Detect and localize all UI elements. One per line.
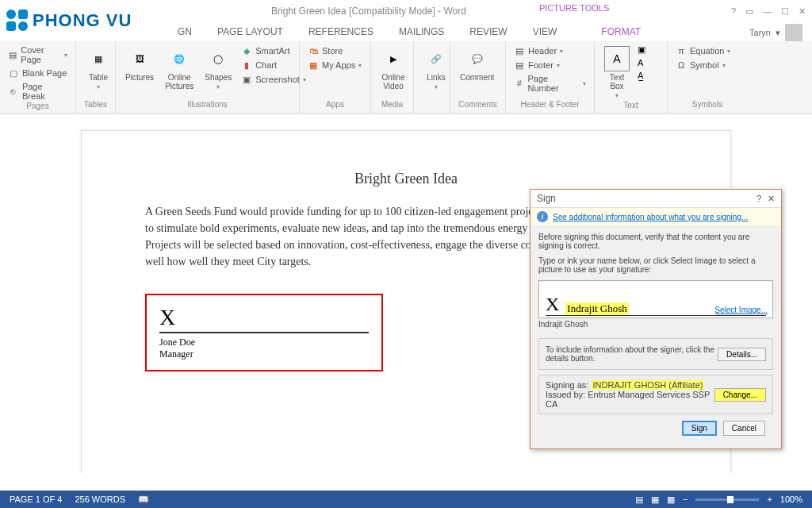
chart-button[interactable]: ▮Chart [239,59,308,71]
tab-references[interactable]: REFERENCES [308,26,373,37]
group-label-apps: Apps [306,100,364,110]
zoom-out-icon[interactable]: − [683,495,688,504]
zoom-level[interactable]: 100% [780,495,802,504]
page-number-button[interactable]: #Page Number [512,73,588,94]
context-tab-label: PICTURE TOOLS [539,3,609,13]
tab-review[interactable]: REVIEW [469,26,507,37]
dialog-title: Sign [537,193,556,204]
equation-button[interactable]: πEquation [674,44,741,57]
tab-view[interactable]: VIEW [533,26,557,37]
document-title: Bright Green Idea [145,171,667,187]
blank-page-button[interactable]: ▢Blank Page [6,67,69,79]
online-video-button[interactable]: ▶Online Video [377,44,409,92]
drop-cap-icon[interactable]: A̲ [638,71,645,81]
group-label-pages: Pages [6,102,69,112]
signing-as-value: INDRAJIT GHOSH (Affiliate) [592,380,705,390]
watermark-text: PHONG VU [33,10,132,31]
tab-format[interactable]: FORMAT [601,26,641,37]
tab-design[interactable]: GN [178,26,192,37]
group-label-symbols: Symbols [674,100,741,110]
word-count[interactable]: 256 WORDS [75,495,125,505]
footer-button[interactable]: ▤Footer [512,59,588,71]
signature-title: Manager [159,348,369,360]
header-button[interactable]: ▤Header [512,44,588,57]
quick-parts-icon[interactable]: ▣ [638,44,645,55]
avatar[interactable] [785,24,802,41]
links-button[interactable]: 🔗Links [420,44,452,92]
minimize-icon[interactable]: — [763,6,772,16]
cover-page-button[interactable]: ▤Cover Page [6,44,69,65]
page-break-button[interactable]: ⎋Page Break [6,81,69,102]
watermark-logo: PHONG VU [6,10,132,31]
tab-mailings[interactable]: MAILINGS [399,26,444,37]
maximize-icon[interactable]: ☐ [781,6,789,17]
change-button[interactable]: Change... [714,388,766,402]
pictures-button[interactable]: 🖼Pictures [122,44,157,83]
verify-hint: Before signing this document, verify tha… [538,233,773,250]
ribbon-toggle-icon[interactable]: ▭ [745,6,753,17]
page-indicator[interactable]: PAGE 1 OF 4 [10,495,62,505]
dialog-help-icon[interactable]: ? [756,194,761,203]
signature-name: Jone Doe [159,337,369,348]
details-button[interactable]: Details... [718,348,766,361]
screenshot-button[interactable]: ▣Screenshot [239,73,308,86]
shapes-button[interactable]: ◯Shapes [201,44,235,92]
group-label-illustrations: Illustrations [122,100,293,110]
view-read-icon[interactable]: ▤ [635,495,643,505]
signing-as-label: Signing as: [546,380,588,390]
select-image-link[interactable]: Select Image... [714,306,768,314]
signature-line-box[interactable]: X Jone Doe Manager [145,294,383,371]
cancel-button[interactable]: Cancel [723,421,765,436]
info-link[interactable]: See additional information about what yo… [553,213,748,221]
dialog-close-icon[interactable]: ✕ [768,194,775,203]
store-button[interactable]: 🛍Store [306,44,364,57]
sign-dialog: Sign ?✕ i See additional information abo… [530,189,782,449]
view-print-icon[interactable]: ▦ [651,495,659,505]
user-name: Taryn [749,28,771,37]
group-label-links [420,109,443,110]
spellcheck-icon[interactable]: 📖 [138,495,149,505]
text-box-button[interactable]: AText Box [601,44,633,101]
user-area[interactable]: Taryn ▾ [749,24,802,41]
group-label-media: Media [377,100,407,110]
view-web-icon[interactable]: ▩ [667,495,675,505]
sign-button[interactable]: Sign [682,421,717,436]
close-icon[interactable]: ✕ [799,6,806,17]
zoom-slider[interactable] [695,498,759,501]
dialog-info-bar: i See additional information about what … [530,208,781,226]
my-apps-button[interactable]: ▦My Apps [306,59,364,71]
status-bar: PAGE 1 OF 4 256 WORDS 📖 ▤ ▦ ▩ − + 100% [0,491,812,508]
details-hint: To include information about the signer,… [546,345,718,363]
info-icon: i [537,211,548,222]
table-button[interactable]: ▦Table [82,44,114,92]
wordart-icon[interactable]: A [638,58,645,67]
online-pictures-button[interactable]: 🌐Online Pictures [162,44,197,92]
signature-x-mark: X [159,305,369,333]
group-label-comments: Comments [457,100,499,110]
user-dropdown-icon[interactable]: ▾ [776,28,780,38]
typed-signature[interactable]: Indrajit Ghosh [565,302,628,315]
dialog-title-bar[interactable]: Sign ?✕ [530,190,781,208]
group-label-tables: Tables [82,100,109,110]
issued-by-label: Issued by: [546,390,585,399]
smartart-button[interactable]: ◆SmartArt [239,44,308,57]
group-label-text: Text [601,101,661,111]
zoom-in-icon[interactable]: + [767,495,772,504]
ribbon: ▤Cover Page ▢Blank Page ⎋Page Break Page… [0,41,812,114]
signer-name-label: Indrajit Ghosh [538,320,773,329]
signature-input-box[interactable]: X Indrajit Ghosh Select Image... [538,280,773,318]
type-hint: Type or ink your name below, or click Se… [538,256,773,274]
symbol-button[interactable]: ΩSymbol [674,59,741,71]
tab-page-layout[interactable]: PAGE LAYOUT [217,26,283,37]
group-label-header-footer: Header & Footer [512,100,588,110]
help-icon[interactable]: ? [731,6,736,16]
comment-button[interactable]: 💬Comment [457,44,497,83]
sig-x-mark: X [546,294,559,315]
